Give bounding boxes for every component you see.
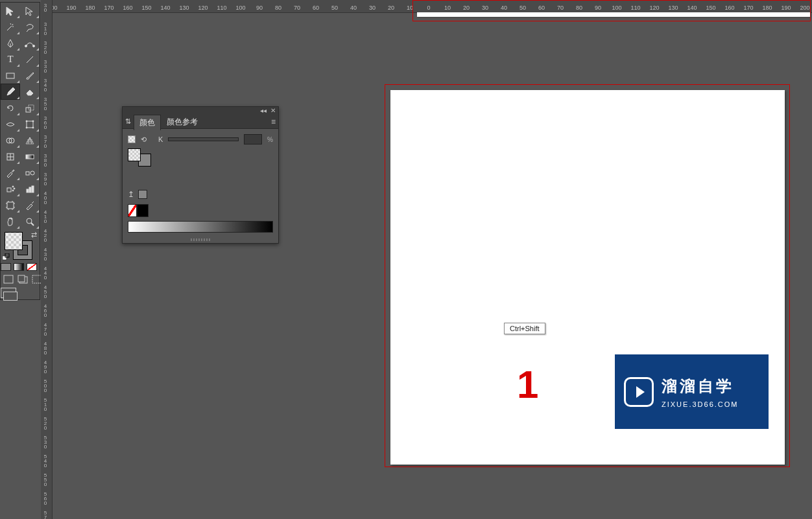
pencil-tool[interactable] <box>1 84 20 100</box>
ruler-v-label: 340 <box>42 78 49 92</box>
artboard-outline-top <box>412 0 811 21</box>
svg-rect-29 <box>3 256 6 260</box>
ruler-h-label: 30 <box>369 5 376 11</box>
k-value-input[interactable] <box>244 134 262 144</box>
panel-fill-swatch[interactable] <box>128 135 136 143</box>
svg-point-20 <box>12 186 14 187</box>
panel-menu-icon[interactable]: ≡ <box>271 117 276 126</box>
color-panel[interactable]: ◂◂ ✕ ⇅ 颜色 颜色参考 ≡ ⟲ K % ↥ <box>122 106 279 244</box>
ruler-h-label: 130 <box>179 5 189 11</box>
play-icon <box>624 377 654 407</box>
svg-rect-16 <box>26 155 34 159</box>
width-tool[interactable] <box>1 116 20 132</box>
grayscale-spectrum[interactable] <box>128 221 273 233</box>
ruler-v-label: 330 <box>42 60 49 73</box>
k-slider[interactable] <box>168 137 239 141</box>
panel-swap-icon[interactable]: ⟲ <box>141 135 147 144</box>
vertical-ruler: 3031032033034035036037038039040041042043… <box>41 0 53 519</box>
hand-tool[interactable] <box>1 213 20 229</box>
blend-tool[interactable] <box>20 165 40 181</box>
ruler-v-label: 30 <box>42 3 49 12</box>
svg-point-18 <box>30 171 34 175</box>
scale-tool[interactable] <box>20 100 40 116</box>
ruler-v-label: 350 <box>42 97 49 111</box>
lasso-tool[interactable] <box>20 19 40 35</box>
rectangle-tool[interactable] <box>1 67 20 84</box>
panel-last-color-swatch[interactable] <box>138 190 147 199</box>
ruler-v-label: 540 <box>42 454 49 468</box>
fill-gradient-mode[interactable] <box>14 263 24 271</box>
ruler-v-label: 530 <box>42 435 49 449</box>
artboard-tool[interactable] <box>1 197 20 213</box>
slice-tool[interactable] <box>20 197 40 213</box>
line-segment-tool[interactable] <box>20 51 40 67</box>
fill-color-mode[interactable] <box>1 263 11 271</box>
symbol-sprayer-tool[interactable] <box>1 181 20 197</box>
pen-tool[interactable] <box>1 35 20 51</box>
svg-line-2 <box>27 56 33 63</box>
ruler-v-label: 520 <box>42 417 49 430</box>
ruler-h-label: 90 <box>256 5 263 11</box>
eyedropper-tool[interactable] <box>1 165 20 181</box>
svg-point-1 <box>33 45 35 47</box>
ruler-h-label: 80 <box>275 5 281 11</box>
mesh-tool[interactable] <box>1 148 20 165</box>
svg-rect-25 <box>32 186 34 192</box>
canvas-area[interactable]: Ctrl+Shift 1 溜溜自学 ZIXUE.3D66.COM <box>53 13 812 519</box>
artboard-text-1[interactable]: 1 <box>517 362 538 407</box>
svg-point-22 <box>12 190 14 191</box>
ruler-v-label: 450 <box>42 285 49 299</box>
black-color-swatch[interactable] <box>137 204 149 217</box>
panel-close-icon[interactable]: ✕ <box>270 108 276 113</box>
gradient-tool[interactable] <box>20 148 40 165</box>
ruler-h-label: 170 <box>104 5 113 11</box>
svg-point-27 <box>27 218 32 224</box>
shape-builder-tool[interactable] <box>1 132 20 148</box>
panel-fill-large-swatch[interactable] <box>128 148 141 161</box>
svg-rect-24 <box>29 187 31 192</box>
curvature-tool[interactable] <box>20 35 40 51</box>
panel-collapse-icon[interactable]: ◂◂ <box>260 108 267 113</box>
svg-rect-34 <box>32 275 42 283</box>
svg-point-8 <box>32 121 34 122</box>
toolbox: T ⇄ <box>0 2 40 300</box>
svg-rect-17 <box>26 172 29 175</box>
none-color-swatch[interactable] <box>128 204 137 217</box>
svg-point-0 <box>25 45 27 47</box>
selection-tool[interactable] <box>1 3 20 19</box>
fill-swatch[interactable] <box>5 232 23 250</box>
ruler-h-label: 60 <box>313 5 319 11</box>
column-graph-tool[interactable] <box>20 181 40 197</box>
tab-color[interactable]: 颜色 <box>134 115 161 130</box>
eraser-tool[interactable] <box>20 84 40 100</box>
svg-rect-31 <box>4 275 13 283</box>
svg-rect-26 <box>7 202 14 209</box>
panel-expand-icon[interactable]: ↥ <box>128 190 134 199</box>
type-tool[interactable]: T <box>1 51 20 67</box>
draw-normal-icon[interactable] <box>3 275 14 284</box>
rotate-tool[interactable] <box>1 100 20 116</box>
screen-mode-icon[interactable] <box>1 288 16 298</box>
panel-cycle-icon[interactable]: ⇅ <box>123 117 134 126</box>
magic-wand-tool[interactable] <box>1 19 20 35</box>
zoom-tool[interactable] <box>20 213 40 229</box>
svg-point-9 <box>26 127 27 128</box>
direct-selection-tool[interactable] <box>20 3 40 19</box>
svg-point-21 <box>14 188 15 189</box>
ruler-h-label: 180 <box>85 5 95 11</box>
k-percent-label: % <box>267 136 273 143</box>
panel-tabs: ⇅ 颜色 颜色参考 ≡ <box>123 115 278 129</box>
paintbrush-tool[interactable] <box>20 67 40 84</box>
draw-behind-icon[interactable] <box>18 275 28 284</box>
panel-resize-grip[interactable] <box>123 236 278 243</box>
fill-none-mode[interactable] <box>27 263 37 271</box>
default-fill-stroke-icon[interactable] <box>3 252 10 260</box>
svg-rect-3 <box>6 73 14 78</box>
svg-rect-33 <box>18 275 25 282</box>
free-transform-tool[interactable] <box>20 116 40 132</box>
tab-color-guide[interactable]: 颜色参考 <box>161 114 204 130</box>
watermark-title: 溜溜自学 <box>662 376 738 397</box>
ruler-v-label: 560 <box>42 492 49 505</box>
ruler-v-label: 440 <box>42 266 49 280</box>
perspective-grid-tool[interactable] <box>20 132 40 148</box>
